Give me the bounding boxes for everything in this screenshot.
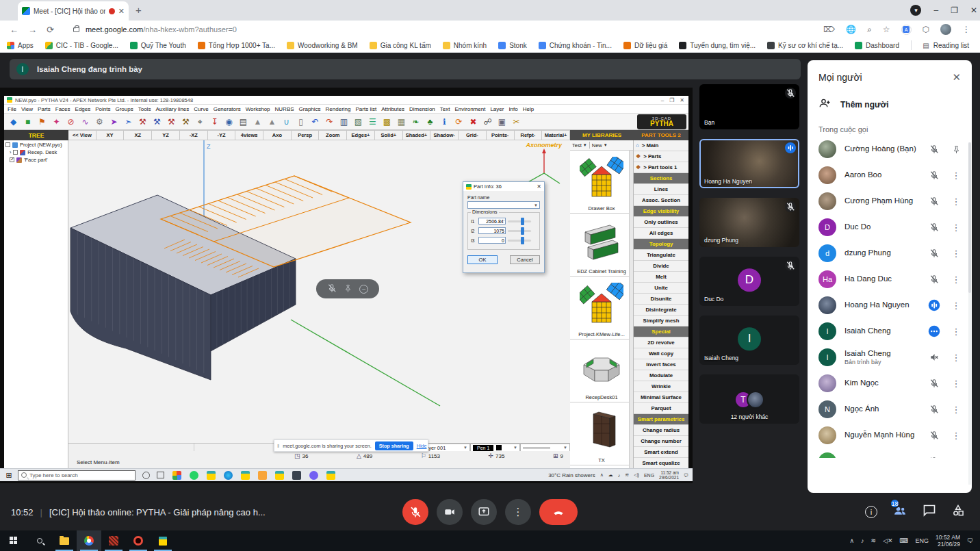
taskbar-search-icon[interactable] xyxy=(27,530,52,551)
view-button-shadow[interactable]: Shadow- xyxy=(430,130,459,140)
curve-tool[interactable]: ∿ xyxy=(78,115,92,129)
taskbar-striped-app-icon[interactable] xyxy=(101,530,126,551)
pytha-minimize-icon[interactable]: – xyxy=(661,97,664,103)
anchor-tool[interactable]: ☍ xyxy=(480,115,495,129)
participant-row[interactable]: IIsaiah Cheng⋮ xyxy=(808,318,972,344)
participant-row[interactable]: Cường Hoàng (Bạn) xyxy=(808,136,972,162)
tree-item-checkbox[interactable] xyxy=(13,150,18,155)
participant-menu-icon[interactable]: ⋮ xyxy=(950,379,962,389)
participant-menu-icon[interactable]: ⋮ xyxy=(950,431,962,441)
library-item[interactable]: EDZ Cabinet Training xyxy=(570,214,633,277)
participant-row[interactable]: NNgọc Ánh⋮ xyxy=(808,396,972,422)
translate-extension-icon[interactable]: A xyxy=(901,25,912,35)
bookmark-item[interactable]: Kỹ sư cơ khí chế tạ... xyxy=(767,42,843,49)
menu-workshop[interactable]: Workshop xyxy=(246,106,270,112)
participant-row[interactable]: ddzung Phung⋮ xyxy=(808,240,972,266)
menu-edges[interactable]: Edges xyxy=(75,106,91,112)
view-button-view[interactable]: << View xyxy=(68,130,96,140)
view-button-xy[interactable]: XY xyxy=(96,130,125,140)
tool-button-assoc--section[interactable]: Assoc. Section xyxy=(634,195,688,206)
camera-tool[interactable]: ⌖ xyxy=(193,115,207,129)
pillar-tool-1[interactable]: ▲ xyxy=(250,115,265,129)
bookmark-item[interactable]: Tổng Hợp 1000+ Ta... xyxy=(198,42,275,49)
cortana-icon[interactable] xyxy=(142,472,150,479)
attributes-tool[interactable]: ▥ xyxy=(337,115,351,129)
system-clock[interactable]: 10:52 AM21/06/29 xyxy=(936,534,960,548)
menu-curve[interactable]: Curve xyxy=(194,106,208,112)
tab-close-icon[interactable]: ✕ xyxy=(118,7,125,16)
bookmark-item[interactable]: Dashboard xyxy=(855,42,899,49)
cube-tool[interactable]: ◆ xyxy=(6,115,21,129)
menu-groups[interactable]: Groups xyxy=(115,106,133,112)
taskbar-chrome-icon[interactable] xyxy=(77,530,101,551)
participant-menu-icon[interactable]: ⋮ xyxy=(950,196,962,207)
tool-button-simplify-mesh[interactable]: Simplify mesh xyxy=(634,316,688,326)
box-tool[interactable]: ▣ xyxy=(495,115,509,129)
video-tile[interactable]: T12 người khác xyxy=(699,374,799,424)
inner-notification-icon[interactable]: 🗩 xyxy=(684,473,688,478)
slider-thumb[interactable] xyxy=(521,227,524,235)
tree-item[interactable]: 'Face part' xyxy=(5,157,66,163)
present-button[interactable] xyxy=(471,499,497,525)
participant-menu-icon[interactable]: ⋮ xyxy=(950,326,962,337)
taskbar-pytha-icon[interactable] xyxy=(151,530,175,551)
whatsapp-app[interactable] xyxy=(190,471,198,480)
clipboard-tool[interactable]: ▧ xyxy=(351,115,365,129)
bookmark-item[interactable]: Apps xyxy=(7,42,34,49)
tool-button-change-number[interactable]: Change number xyxy=(634,436,688,447)
inner-start-button[interactable]: ⊞ xyxy=(0,471,18,480)
bookmark-item[interactable]: Dữ liệu giá xyxy=(623,42,667,49)
viber-app[interactable] xyxy=(309,471,318,480)
activities-icon[interactable] xyxy=(951,504,965,520)
menu-graphics[interactable]: Graphics xyxy=(299,106,321,112)
view-button-xz[interactable]: XZ xyxy=(124,130,152,140)
teams-app[interactable] xyxy=(292,471,301,480)
tree-checkbox[interactable] xyxy=(5,142,10,147)
tree-root[interactable]: Project (NEW.pyo) xyxy=(5,142,66,148)
axe-tool-3[interactable]: ⚒ xyxy=(164,115,179,129)
axe-tool-4[interactable]: ⚒ xyxy=(179,115,193,129)
taskbar-explorer-icon[interactable] xyxy=(52,530,77,551)
tool-button-parquet[interactable]: Parquet xyxy=(634,403,688,414)
bookmark-item[interactable]: Chứng khoán - Tin... xyxy=(539,42,612,49)
view-button-yz[interactable]: YZ xyxy=(152,130,180,140)
menu-layer[interactable]: Layer xyxy=(490,106,504,112)
axe-tool-1[interactable]: ⚒ xyxy=(136,115,150,129)
dialog-titlebar[interactable]: Part Info: 36 ✕ xyxy=(463,182,544,191)
library-item[interactable]: RecepDesk01 xyxy=(570,339,633,402)
star-tool[interactable]: ✦ xyxy=(49,115,64,129)
tool-button-divide[interactable]: Divide xyxy=(634,261,688,272)
close-icon[interactable]: ✕ xyxy=(970,5,977,15)
menu-tools[interactable]: Tools xyxy=(138,106,151,112)
folder-app[interactable] xyxy=(258,471,267,480)
table-tool[interactable]: ☰ xyxy=(365,115,380,129)
menu-attributes[interactable]: Attributes xyxy=(381,106,404,112)
bookmark-item[interactable]: Gia công KL tấm xyxy=(370,42,431,49)
task-view-icon[interactable] xyxy=(157,472,164,478)
back-icon[interactable]: ← xyxy=(10,25,18,35)
library-item[interactable]: TX xyxy=(570,402,633,465)
tool-button-smart-equalize[interactable]: Smart equalize xyxy=(634,458,688,468)
view-button-xz[interactable]: -XZ xyxy=(180,130,208,140)
overlay-mic-off-icon[interactable] xyxy=(327,283,337,294)
end-call-button[interactable] xyxy=(539,499,578,525)
eye-tool[interactable]: ◉ xyxy=(222,115,236,129)
panel-tool[interactable]: ▦ xyxy=(394,115,409,129)
participant-menu-icon[interactable]: ⋮ xyxy=(950,274,962,285)
pytha-app[interactable] xyxy=(207,471,216,480)
view-button-edges[interactable]: Edges+ xyxy=(347,130,375,140)
tool-button-disunite[interactable]: Disunite xyxy=(634,294,688,305)
overlay-remove-icon[interactable]: – xyxy=(359,285,368,294)
extensions-puzzle-icon[interactable]: ⬡ xyxy=(923,25,929,34)
info-tool[interactable]: ℹ xyxy=(437,115,452,129)
menu-faces[interactable]: Faces xyxy=(55,106,70,112)
browser-menu-icon[interactable]: ⋮ xyxy=(962,25,970,34)
translate-icon[interactable]: 🌐 xyxy=(846,25,856,34)
bookmark-item[interactable]: Quỹ The Youth xyxy=(130,42,186,49)
camera-permission-icon[interactable]: ⌦ xyxy=(823,25,835,34)
view-button-zoom[interactable]: Zoom xyxy=(319,130,347,140)
tree-expand-icon[interactable]: › xyxy=(10,150,11,155)
gears-tool[interactable]: ⚙ xyxy=(92,115,107,129)
menu-points[interactable]: Points xyxy=(95,106,110,112)
reading-list-button[interactable]: ▤ Reading list xyxy=(911,40,980,50)
